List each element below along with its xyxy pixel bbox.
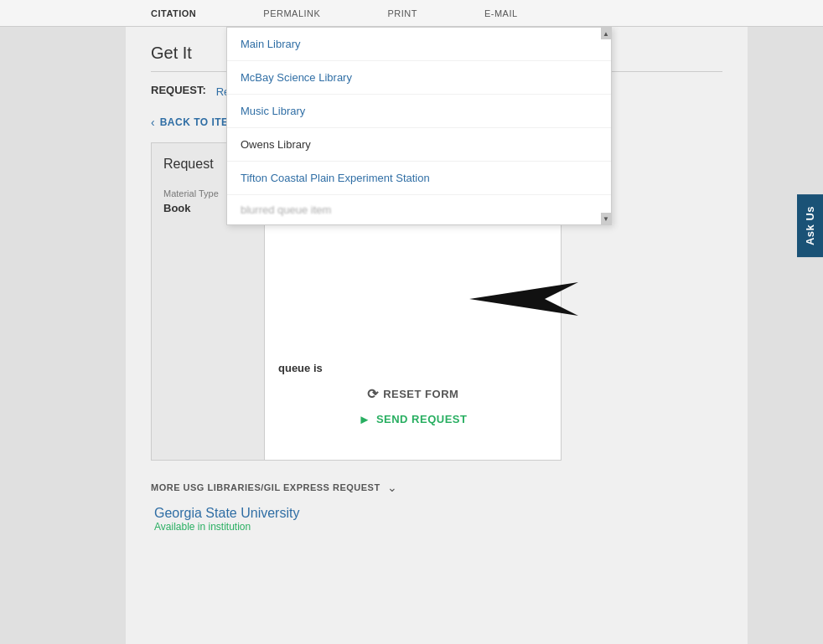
nav-permalink[interactable]: PERMALINK	[263, 8, 320, 18]
send-label: SEND REQUEST	[376, 413, 468, 425]
more-usg-section[interactable]: MORE USG LIBRARIES/GIL EXPRESS REQUEST ⌄	[151, 481, 722, 494]
nav-print[interactable]: PRINT	[387, 8, 417, 18]
svg-marker-0	[469, 282, 578, 316]
main-wrapper: Get It REQUEST: Request pickup / Request…	[0, 27, 823, 644]
queue-text: queue is	[278, 362, 547, 374]
list-item[interactable]: Main Library	[227, 28, 611, 61]
list-item[interactable]: Music Library	[227, 95, 611, 128]
center-content: Get It REQUEST: Request pickup / Request…	[126, 27, 748, 644]
list-item[interactable]: Tifton Coastal Plain Experiment Station	[227, 162, 611, 195]
right-sidebar: Ask Us	[748, 27, 823, 644]
reset-form-button[interactable]: ⟳ RESET FORM	[367, 386, 459, 402]
list-item-blurred: blurred queue item	[227, 195, 611, 224]
left-sidebar	[0, 27, 126, 644]
list-item[interactable]: Owens Library	[227, 128, 611, 162]
chevron-down-icon: ⌄	[387, 481, 397, 494]
back-arrow-icon: ‹	[151, 116, 155, 129]
top-nav: CITATION PERMALINK PRINT E-MAIL	[0, 0, 823, 27]
nav-citation[interactable]: CITATION	[151, 8, 196, 18]
more-usg-label: MORE USG LIBRARIES/GIL EXPRESS REQUEST	[151, 482, 380, 492]
list-item[interactable]: McBay Science Library	[227, 61, 611, 95]
arrow-pointer	[411, 274, 578, 327]
nav-email[interactable]: E-MAIL	[484, 8, 518, 18]
dropdown-scroll-area[interactable]: Main Library McBay Science Library Music…	[227, 28, 611, 224]
library-dropdown[interactable]: ▲ Main Library McBay Science Library Mus…	[226, 27, 612, 225]
request-label: REQUEST:	[151, 84, 206, 96]
georgia-state-section: Georgia State University Available in in…	[151, 506, 722, 533]
panel-actions: ⟳ RESET FORM ► SEND REQUEST	[278, 386, 547, 426]
scrollbar-down-arrow[interactable]: ▼	[601, 213, 611, 224]
reset-label: RESET FORM	[383, 388, 458, 400]
georgia-state-status: Available in institution	[154, 521, 722, 533]
georgia-state-name[interactable]: Georgia State University	[154, 506, 722, 521]
send-request-button[interactable]: ► SEND REQUEST	[359, 412, 468, 426]
reset-icon: ⟳	[367, 386, 379, 402]
scrollbar-up-arrow[interactable]: ▲	[601, 28, 611, 39]
send-icon: ►	[359, 412, 371, 426]
ask-us-button[interactable]: Ask Us	[797, 194, 823, 257]
